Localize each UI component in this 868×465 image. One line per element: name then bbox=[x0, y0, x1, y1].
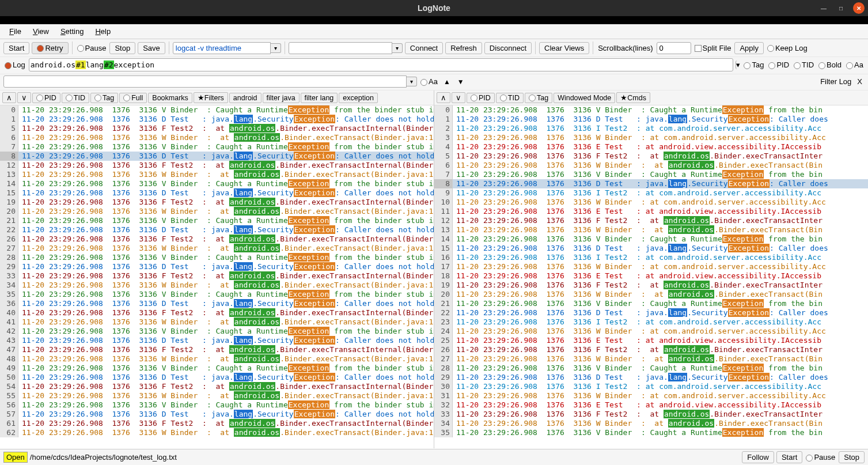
search-combo[interactable]: ▾ bbox=[3, 75, 417, 88]
stop-button[interactable]: Stop bbox=[109, 42, 135, 54]
refresh-button[interactable]: Refresh bbox=[445, 42, 482, 54]
log-row[interactable]: 011-20 23:29:26.908 1376 3136 V Binder :… bbox=[434, 105, 868, 115]
log-row[interactable]: 3411-20 23:29:26.908 1376 3136 W Binder … bbox=[434, 419, 868, 428]
minimize-icon[interactable]: — bbox=[818, 3, 829, 13]
log-row[interactable]: 2611-20 23:29:26.908 1376 3136 F Test2 :… bbox=[0, 235, 434, 244]
left-log-list[interactable]: 011-20 23:29:26.908 1376 3136 V Binder :… bbox=[0, 105, 434, 448]
log-row[interactable]: 111-20 23:29:26.908 1376 3136 D Test : j… bbox=[0, 115, 434, 124]
log-row[interactable]: 1911-20 23:29:26.908 1376 3136 F Test2 :… bbox=[434, 281, 868, 290]
filter-android-tag[interactable]: android bbox=[229, 93, 261, 103]
log-row[interactable]: 6111-20 23:29:26.908 1376 3136 F Test2 :… bbox=[0, 419, 434, 428]
log-row[interactable]: 2411-20 23:29:26.908 1376 3136 W Binder … bbox=[434, 327, 868, 336]
log-row[interactable]: 1711-20 23:29:26.908 1376 3136 W Binder … bbox=[434, 262, 868, 271]
menu-view[interactable]: View bbox=[27, 26, 55, 37]
close-icon[interactable]: ✕ bbox=[853, 2, 865, 14]
log-row[interactable]: 811-20 23:29:26.908 1376 3136 D Test : j… bbox=[0, 152, 434, 161]
maximize-icon[interactable]: □ bbox=[836, 3, 846, 13]
nav-up-button[interactable]: ∧ bbox=[2, 92, 16, 103]
log-row[interactable]: 3311-20 23:29:26.908 1376 3136 F Test2 :… bbox=[0, 271, 434, 281]
log-row[interactable]: 711-20 23:29:26.908 1376 3136 V Binder :… bbox=[0, 142, 434, 152]
clear-views-button[interactable]: Clear Views bbox=[539, 42, 589, 54]
scrollback-input[interactable] bbox=[657, 42, 691, 54]
chevron-down-icon[interactable]: ▾ bbox=[271, 43, 281, 53]
log-row[interactable]: 2911-20 23:29:26.908 1376 3136 D Test : … bbox=[434, 373, 868, 382]
log-row[interactable]: 5411-20 23:29:26.908 1376 3136 F Test2 :… bbox=[0, 382, 434, 391]
start-button[interactable]: Start bbox=[3, 42, 29, 54]
log-row[interactable]: 511-20 23:29:26.908 1376 3136 F Test2 : … bbox=[434, 152, 868, 161]
log-row[interactable]: 2011-20 23:29:26.908 1376 3136 W Binder … bbox=[434, 290, 868, 299]
log-row[interactable]: 1811-20 23:29:26.908 1376 3136 E Test : … bbox=[434, 271, 868, 281]
log-row[interactable]: 2511-20 23:29:26.908 1376 3136 E Test : … bbox=[434, 336, 868, 345]
log-row[interactable]: 2311-20 23:29:26.908 1376 3136 I Test2 :… bbox=[434, 317, 868, 327]
log-row[interactable]: 2111-20 23:29:26.908 1376 3136 V Binder … bbox=[434, 299, 868, 308]
log-row[interactable]: 3511-20 23:29:26.908 1376 3136 V Binder … bbox=[0, 290, 434, 299]
chevron-down-icon[interactable]: ▾ bbox=[392, 43, 403, 53]
log-row[interactable]: 711-20 23:29:26.908 1376 3136 V Binder :… bbox=[434, 170, 868, 179]
log-row[interactable]: 3111-20 23:29:26.908 1376 3136 W Binder … bbox=[434, 391, 868, 400]
apply-button[interactable]: Apply bbox=[734, 42, 764, 54]
log-row[interactable]: 1111-20 23:29:26.908 1376 3136 E Test : … bbox=[434, 207, 868, 216]
log-row[interactable]: 5011-20 23:29:26.908 1376 3136 D Test : … bbox=[0, 373, 434, 382]
close-filter-icon[interactable]: X bbox=[855, 77, 865, 86]
chevron-down-icon[interactable]: ▾ bbox=[407, 77, 417, 86]
log-row[interactable]: 3011-20 23:29:26.908 1376 3136 I Test2 :… bbox=[434, 382, 868, 391]
log-row[interactable]: 5611-20 23:29:26.908 1376 3136 V Binder … bbox=[0, 400, 434, 410]
filters-button[interactable]: ★Filters bbox=[194, 92, 228, 103]
filter-exception-tag[interactable]: exception bbox=[339, 93, 378, 103]
log-command-input[interactable] bbox=[173, 42, 271, 54]
log-row[interactable]: 2111-20 23:29:26.908 1376 3136 V Binder … bbox=[0, 216, 434, 225]
nav-up-button[interactable]: ∧ bbox=[437, 92, 450, 103]
log-row[interactable]: 2711-20 23:29:26.908 1376 3136 W Binder … bbox=[0, 244, 434, 253]
log-row[interactable]: 811-20 23:29:26.908 1376 3136 D Test : j… bbox=[434, 179, 868, 188]
log-row[interactable]: 611-20 23:29:26.908 1376 3136 W Binder :… bbox=[0, 133, 434, 142]
log-row[interactable]: 1311-20 23:29:26.908 1376 3136 W Binder … bbox=[0, 170, 434, 179]
search-input[interactable] bbox=[3, 75, 407, 88]
log-row[interactable]: 1411-20 23:29:26.908 1376 3136 V Binder … bbox=[0, 179, 434, 188]
log-row[interactable]: 4811-20 23:29:26.908 1376 3136 W Binder … bbox=[0, 354, 434, 364]
log-row[interactable]: 3311-20 23:29:26.908 1376 3136 F Test2 :… bbox=[434, 410, 868, 419]
log-row[interactable]: 1411-20 23:29:26.908 1376 3136 V Binder … bbox=[434, 235, 868, 244]
device-input[interactable] bbox=[289, 42, 392, 54]
log-row[interactable]: 1311-20 23:29:26.908 1376 3136 W Binder … bbox=[434, 225, 868, 235]
log-row[interactable]: 1511-20 23:29:26.908 1376 3136 D Test : … bbox=[0, 188, 434, 198]
chevron-down-icon[interactable]: ▾ bbox=[736, 61, 740, 69]
search-down-icon[interactable]: ▼ bbox=[455, 78, 467, 86]
log-row[interactable]: 2811-20 23:29:26.908 1376 3136 V Binder … bbox=[434, 364, 868, 373]
disconnect-button[interactable]: Disconnect bbox=[484, 42, 532, 54]
log-row[interactable]: 3511-20 23:29:26.908 1376 3136 V Binder … bbox=[434, 428, 868, 437]
log-row[interactable]: 2211-20 23:29:26.908 1376 3136 D Test : … bbox=[0, 225, 434, 235]
log-row[interactable]: 2911-20 23:29:26.908 1376 3136 D Test : … bbox=[0, 262, 434, 271]
nav-down-button[interactable]: ∨ bbox=[452, 92, 465, 103]
windowed-mode-button[interactable]: Windowed Mode bbox=[554, 93, 615, 103]
log-row[interactable]: 1211-20 23:29:26.908 1376 3136 F Test2 :… bbox=[434, 216, 868, 225]
connect-button[interactable]: Connect bbox=[405, 42, 443, 54]
log-row[interactable]: 2211-20 23:29:26.908 1376 3136 D Test : … bbox=[434, 308, 868, 317]
filter-lang-tag[interactable]: filter lang bbox=[301, 93, 338, 103]
log-row[interactable]: 1511-20 23:29:26.908 1376 3136 D Test : … bbox=[434, 244, 868, 253]
save-button[interactable]: Save bbox=[138, 42, 165, 54]
log-row[interactable]: 311-20 23:29:26.908 1376 3136 W Binder :… bbox=[434, 133, 868, 142]
log-row[interactable]: 5711-20 23:29:26.908 1376 3136 D Test : … bbox=[0, 410, 434, 419]
log-row[interactable]: 511-20 23:29:26.908 1376 3136 F Test2 : … bbox=[0, 124, 434, 133]
filter-java-tag[interactable]: filter java bbox=[263, 93, 300, 103]
retry-button[interactable]: Retry bbox=[32, 42, 68, 54]
log-row[interactable]: 6211-20 23:29:26.908 1376 3136 W Binder … bbox=[0, 428, 434, 437]
log-row[interactable]: 2811-20 23:29:26.908 1376 3136 V Binder … bbox=[0, 253, 434, 262]
log-filter-input[interactable]: android.os#1lang#2exception bbox=[29, 58, 734, 71]
log-row[interactable]: 1011-20 23:29:26.908 1376 3136 W Binder … bbox=[434, 198, 868, 207]
log-row[interactable]: 1911-20 23:29:26.908 1376 3136 F Test2 :… bbox=[0, 198, 434, 207]
log-row[interactable]: 3411-20 23:29:26.908 1376 3136 W Binder … bbox=[0, 281, 434, 290]
nav-down-button[interactable]: ∨ bbox=[17, 92, 31, 103]
log-row[interactable]: 4711-20 23:29:26.908 1376 3136 F Test2 :… bbox=[0, 345, 434, 354]
menu-file[interactable]: File bbox=[3, 26, 27, 37]
log-row[interactable]: 4111-20 23:29:26.908 1376 3136 W Binder … bbox=[0, 317, 434, 327]
menu-setting[interactable]: Setting bbox=[55, 26, 89, 37]
log-row[interactable]: 611-20 23:29:26.908 1376 3136 W Binder :… bbox=[434, 161, 868, 170]
log-row[interactable]: 2711-20 23:29:26.908 1376 3136 W Binder … bbox=[434, 354, 868, 364]
log-row[interactable]: 3211-20 23:29:26.908 1376 3136 E Test : … bbox=[434, 400, 868, 410]
log-row[interactable]: 411-20 23:29:26.908 1376 3136 E Test : a… bbox=[434, 142, 868, 152]
cmds-button[interactable]: ★Cmds bbox=[616, 92, 650, 103]
log-row[interactable]: 5511-20 23:29:26.908 1376 3136 W Binder … bbox=[0, 391, 434, 400]
device-combo[interactable]: ▾ bbox=[289, 42, 403, 54]
log-row[interactable]: 2011-20 23:29:26.908 1376 3136 W Binder … bbox=[0, 207, 434, 216]
